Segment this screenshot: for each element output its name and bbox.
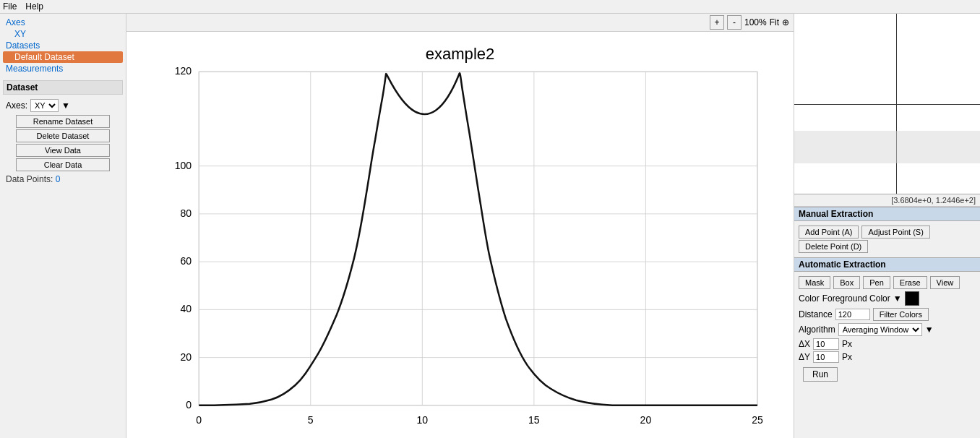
distance-input[interactable] [835, 309, 870, 320]
y-label-60: 60 [181, 255, 192, 267]
zoom-out-button[interactable]: - [727, 15, 742, 30]
clear-data-button[interactable]: Clear Data [16, 158, 110, 171]
delta-y-input[interactable] [813, 351, 839, 363]
chart-svg[interactable]: example2 0 20 [126, 32, 794, 438]
rename-dataset-button[interactable]: Rename Dataset [16, 115, 110, 128]
delta-y-row: ΔY Px [799, 351, 976, 363]
preview-area [794, 14, 980, 194]
axes-label: Axes: [6, 100, 27, 111]
algorithm-dropdown-arrow: ▼ [925, 325, 934, 335]
data-points-label: Data Points: [6, 174, 53, 184]
chart-title: example2 [426, 45, 495, 63]
axes-field: Axes: XY ▼ [3, 98, 123, 113]
sidebar-item-xy[interactable]: XY [3, 28, 123, 40]
chart-area: + - 100% Fit ⊕ example2 [126, 14, 794, 438]
x-label-25: 25 [752, 414, 763, 426]
axes-dropdown-arrow: ▼ [61, 100, 70, 111]
crosshair-icon[interactable]: ⊕ [782, 17, 789, 27]
manual-btn-row-1: Add Point (A) Adjust Point (S) [799, 226, 976, 239]
coordinates-display: [3.6804e+0, 1.2446e+2] [794, 194, 980, 207]
delta-x-row: ΔX Px [799, 338, 976, 350]
box-button[interactable]: Box [833, 276, 860, 289]
delta-y-unit: Px [842, 352, 852, 362]
x-label-10: 10 [417, 414, 429, 426]
svg-rect-0 [199, 72, 757, 405]
menu-help[interactable]: Help [25, 1, 43, 12]
adjust-point-button[interactable]: Adjust Point (S) [861, 226, 929, 239]
y-label-120: 120 [175, 65, 192, 77]
manual-btn-row-2: Delete Point (D) [799, 240, 976, 253]
sidebar-item-axes[interactable]: Axes [3, 17, 123, 28]
x-label-5: 5 [308, 414, 314, 426]
y-label-20: 20 [181, 351, 192, 363]
menubar: File Help [0, 0, 980, 14]
auto-btn-row: Mask Box Pen Erase View [799, 276, 976, 289]
filter-colors-button[interactable]: Filter Colors [873, 308, 929, 321]
color-row: Color Foreground Color ▼ [799, 291, 976, 306]
delta-x-unit: Px [842, 339, 852, 349]
delta-x-label: ΔX [799, 339, 810, 349]
delete-dataset-button[interactable]: Delete Dataset [16, 129, 110, 142]
sidebar: Axes XY Datasets Default Dataset Measure… [0, 14, 126, 438]
pen-button[interactable]: Pen [863, 276, 890, 289]
algorithm-row: Algorithm Averaging Window ▼ [799, 323, 976, 336]
add-point-button[interactable]: Add Point (A) [799, 226, 859, 239]
x-label-15: 15 [528, 414, 540, 426]
manual-extraction-body: Add Point (A) Adjust Point (S) Delete Po… [794, 221, 980, 257]
distance-row: Distance Filter Colors [799, 308, 976, 321]
color-swatch[interactable] [905, 291, 919, 306]
zoom-percent: 100% [744, 17, 767, 27]
erase-button[interactable]: Erase [893, 276, 927, 289]
preview-shade-band [794, 131, 980, 163]
data-points-value: 0 [56, 174, 61, 184]
manual-extraction-header: Manual Extraction [794, 207, 980, 221]
sidebar-item-datasets[interactable]: Datasets [3, 40, 123, 51]
foreground-color-label: Foreground Color [822, 293, 890, 304]
sidebar-item-default-dataset[interactable]: Default Dataset [3, 51, 123, 63]
color-dropdown-arrow[interactable]: ▼ [893, 293, 902, 304]
algorithm-label: Algorithm [799, 325, 835, 335]
sidebar-item-measurements[interactable]: Measurements [3, 63, 123, 74]
y-label-0: 0 [186, 399, 192, 411]
mask-button[interactable]: Mask [799, 276, 830, 289]
x-label-20: 20 [640, 414, 652, 426]
y-label-40: 40 [181, 303, 192, 314]
algorithm-select[interactable]: Averaging Window [838, 323, 922, 336]
view-data-button[interactable]: View Data [16, 144, 110, 157]
right-panel: [3.6804e+0, 1.2446e+2] Manual Extraction… [794, 14, 980, 438]
y-label-80: 80 [181, 207, 192, 219]
menu-file[interactable]: File [3, 1, 17, 12]
color-label: Color [799, 293, 820, 304]
view-button[interactable]: View [930, 276, 960, 289]
main-layout: Axes XY Datasets Default Dataset Measure… [0, 14, 980, 438]
y-label-100: 100 [175, 160, 192, 171]
auto-extraction-header: Automatic Extraction [794, 257, 980, 272]
zoom-in-button[interactable]: + [710, 15, 724, 30]
delta-y-label: ΔY [799, 352, 810, 362]
delete-point-button[interactable]: Delete Point (D) [799, 240, 868, 253]
data-points-row: Data Points: 0 [3, 173, 123, 186]
chart-svg-wrapper: example2 0 20 [126, 32, 794, 438]
fit-label[interactable]: Fit [770, 17, 779, 27]
chart-toolbar: + - 100% Fit ⊕ [126, 14, 794, 32]
x-label-0: 0 [196, 414, 202, 426]
delta-x-input[interactable] [813, 338, 839, 350]
crosshair-horizontal [794, 104, 980, 105]
run-button[interactable]: Run [803, 367, 838, 382]
auto-extraction-body: Mask Box Pen Erase View Color Foreground… [794, 272, 980, 387]
dataset-section-header: Dataset [3, 80, 123, 95]
distance-label: Distance [799, 309, 833, 319]
axes-select[interactable]: XY [30, 99, 59, 112]
